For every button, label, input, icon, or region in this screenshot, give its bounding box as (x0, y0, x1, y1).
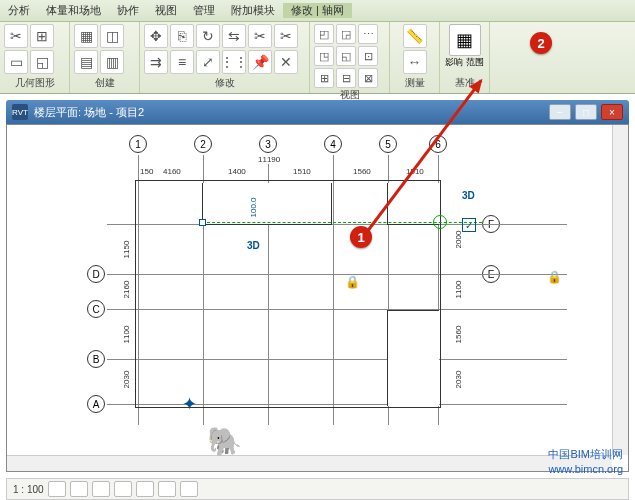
cope-icon[interactable]: ◱ (30, 50, 54, 74)
callout-1: 1 (350, 226, 372, 248)
dim-r1: 2000 (454, 230, 463, 250)
grid-bubble-3[interactable]: 3 (259, 135, 277, 153)
array-icon[interactable]: ⋮⋮ (222, 50, 246, 74)
create4-icon[interactable]: ▥ (100, 50, 124, 74)
dim-t1: 150 (139, 167, 154, 176)
watermark-text: 中国BIM培训网 www.bimcn.org (548, 447, 623, 476)
v6-icon[interactable]: ⊡ (358, 46, 378, 66)
mirror-icon[interactable]: ⇆ (222, 24, 246, 48)
grid-bubble-a[interactable]: A (87, 395, 105, 413)
dim-icon[interactable]: ↔ (403, 50, 427, 74)
dim-100[interactable]: 100.0 (249, 196, 258, 218)
menu-bar: 分析 体量和场地 协作 视图 管理 附加模块 修改 | 轴网 (0, 0, 635, 22)
dim-l4: 1150 (122, 240, 131, 260)
grid-bubble-d[interactable]: D (87, 265, 105, 283)
rvt-icon: RVT (12, 104, 28, 120)
join-icon[interactable]: ⊞ (30, 24, 54, 48)
align-icon[interactable]: ≡ (170, 50, 194, 74)
close-button[interactable]: × (601, 104, 623, 120)
menu-collab[interactable]: 协作 (109, 3, 147, 18)
grid-bubble-2[interactable]: 2 (194, 135, 212, 153)
group-view-label: 视图 (314, 88, 385, 103)
v1-icon[interactable]: ◰ (314, 24, 334, 44)
cut-icon[interactable]: ✂ (4, 24, 28, 48)
watermark-logo: 🐘 (207, 425, 242, 458)
marker-3d-left[interactable]: 3D (247, 240, 260, 251)
group-geometry-label: 几何图形 (4, 76, 65, 91)
sb-sun-icon[interactable] (92, 481, 110, 497)
sb-crop-icon[interactable] (136, 481, 154, 497)
menu-addins[interactable]: 附加模块 (223, 3, 283, 18)
group-create-label: 创建 (74, 76, 135, 91)
minimize-button[interactable]: − (549, 104, 571, 120)
viewport-titlebar: RVT 楼层平面: 场地 - 项目2 − □ × (6, 100, 629, 124)
split-icon[interactable]: ✂ (274, 24, 298, 48)
paint-icon[interactable]: ▭ (4, 50, 28, 74)
sb-reveal-icon[interactable] (180, 481, 198, 497)
move-icon[interactable]: ✥ (144, 24, 168, 48)
callout-2: 2 (530, 32, 552, 54)
propagate-label: 影响 范围 (445, 58, 484, 68)
scale-icon[interactable]: ⤢ (196, 50, 220, 74)
grid-bubble-5[interactable]: 5 (379, 135, 397, 153)
lock-icon-1[interactable]: 🔒 (345, 275, 357, 287)
group-measure-label: 测量 (394, 76, 435, 91)
v5-icon[interactable]: ◱ (336, 46, 356, 66)
copy-icon[interactable]: ⎘ (170, 24, 194, 48)
menu-mass-site[interactable]: 体量和场地 (38, 3, 109, 18)
drawing-viewport[interactable]: 1 2 3 4 5 6 A B C D E F 11190 150 4160 (6, 124, 629, 472)
vertical-scrollbar[interactable] (612, 125, 628, 455)
menu-modify-grid[interactable]: 修改 | 轴网 (283, 3, 352, 18)
sb-detail-icon[interactable] (48, 481, 66, 497)
horizontal-scrollbar[interactable] (7, 455, 612, 471)
v4-icon[interactable]: ◳ (314, 46, 334, 66)
dim-r3: 1560 (454, 325, 463, 345)
scale-value[interactable]: 1 : 100 (13, 484, 44, 495)
dim-l3: 2160 (122, 280, 131, 300)
sb-visual-icon[interactable] (70, 481, 88, 497)
v9-icon[interactable]: ⊠ (358, 68, 378, 88)
grid-visibility-check[interactable]: ✓ (462, 218, 476, 232)
dim-r2: 1100 (454, 280, 463, 300)
create2-icon[interactable]: ◫ (100, 24, 124, 48)
trim-icon[interactable]: ✂ (248, 24, 272, 48)
maximize-button[interactable]: □ (575, 104, 597, 120)
dim-l1: 2030 (122, 370, 131, 390)
compass-icon[interactable]: ✦ (182, 393, 197, 415)
grid-bubble-4[interactable]: 4 (324, 135, 342, 153)
v8-icon[interactable]: ⊟ (336, 68, 356, 88)
dim-r4: 2030 (454, 370, 463, 390)
propagate-extents-button[interactable]: ▦ (449, 24, 481, 56)
grid-end-circle[interactable] (433, 215, 447, 229)
v3-icon[interactable]: ⋯ (358, 24, 378, 44)
dim-t5: 1560 (352, 167, 372, 176)
grid-bubble-c[interactable]: C (87, 300, 105, 318)
dim-t2: 4160 (162, 167, 182, 176)
rotate-icon[interactable]: ↻ (196, 24, 220, 48)
grid-handle-left[interactable] (199, 219, 206, 226)
grid-bubble-1[interactable]: 1 (129, 135, 147, 153)
delete-icon[interactable]: ✕ (274, 50, 298, 74)
viewport-title-text: 楼层平面: 场地 - 项目2 (34, 105, 144, 120)
create1-icon[interactable]: ▦ (74, 24, 98, 48)
menu-view[interactable]: 视图 (147, 3, 185, 18)
menu-manage[interactable]: 管理 (185, 3, 223, 18)
marker-3d-right[interactable]: 3D (462, 190, 475, 201)
sb-shadow-icon[interactable] (114, 481, 132, 497)
dim-t3: 1400 (227, 167, 247, 176)
group-modify-label: 修改 (144, 76, 305, 91)
v2-icon[interactable]: ◲ (336, 24, 356, 44)
floor-plan: 1 2 3 4 5 6 A B C D E F 11190 150 4160 (87, 135, 567, 465)
pin-icon[interactable]: 📌 (248, 50, 272, 74)
measure-icon[interactable]: 📏 (403, 24, 427, 48)
menu-analysis[interactable]: 分析 (0, 3, 38, 18)
offset-icon[interactable]: ⇉ (144, 50, 168, 74)
dim-l2: 1100 (122, 325, 131, 345)
status-bar: 1 : 100 (6, 478, 629, 500)
create3-icon[interactable]: ▤ (74, 50, 98, 74)
dim-top-total: 11190 (257, 155, 281, 164)
lock-icon-2[interactable]: 🔒 (547, 270, 559, 282)
grid-bubble-b[interactable]: B (87, 350, 105, 368)
sb-hide-icon[interactable] (158, 481, 176, 497)
v7-icon[interactable]: ⊞ (314, 68, 334, 88)
